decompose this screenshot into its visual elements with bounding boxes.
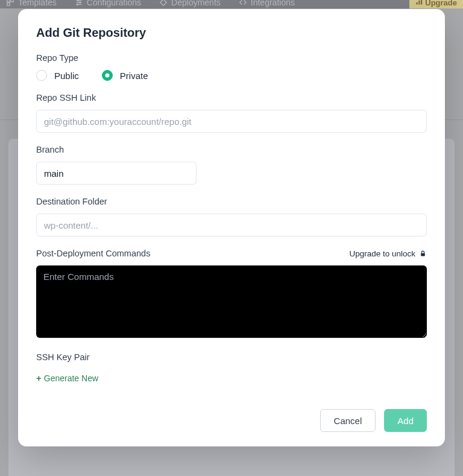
top-nav: Templates Configurations Deployments Int…: [0, 0, 463, 8]
deployments-icon: [159, 0, 168, 7]
modal-footer: Cancel Add: [36, 409, 427, 432]
nav-integrations[interactable]: Integrations: [239, 0, 295, 7]
ssh-link-field: Repo SSH Link: [36, 93, 427, 133]
branch-input[interactable]: [36, 162, 197, 185]
svg-rect-0: [7, 0, 10, 2]
add-button[interactable]: Add: [384, 409, 427, 432]
destination-input[interactable]: [36, 214, 427, 236]
repo-type-radio-group: Public Private: [36, 70, 427, 81]
post-deploy-field: Post-Deployment Commands Upgrade to unlo…: [36, 249, 427, 340]
branch-label: Branch: [36, 145, 427, 154]
upgrade-unlock-text: Upgrade to unlock: [349, 249, 415, 258]
ssh-link-label: Repo SSH Link: [36, 93, 427, 103]
radio-icon: [102, 70, 113, 81]
svg-rect-10: [419, 0, 420, 4]
svg-point-6: [77, 0, 78, 1]
integrations-icon: [239, 0, 247, 7]
svg-point-7: [80, 2, 81, 3]
destination-label: Destination Folder: [36, 197, 427, 206]
repo-type-field: Repo Type Public Private: [36, 53, 427, 81]
cancel-button[interactable]: Cancel: [320, 409, 376, 432]
destination-field: Destination Folder: [36, 197, 427, 236]
repo-type-label: Repo Type: [36, 53, 427, 63]
nav-label: Integrations: [251, 0, 295, 7]
svg-rect-9: [417, 2, 418, 4]
repo-type-public-option[interactable]: Public: [36, 70, 79, 81]
repo-type-private-option[interactable]: Private: [102, 70, 148, 81]
nav-deployments[interactable]: Deployments: [159, 0, 221, 7]
add-git-repo-modal: Add Git Repository Repo Type Public Priv…: [18, 9, 445, 446]
ssh-key-field: SSH Key Pair + Generate New: [36, 352, 427, 384]
cancel-label: Cancel: [334, 416, 362, 426]
upgrade-label: Upgrade: [425, 0, 457, 7]
upgrade-button[interactable]: Upgrade: [409, 0, 463, 8]
upgrade-to-unlock[interactable]: Upgrade to unlock: [349, 249, 427, 258]
svg-point-8: [77, 4, 78, 5]
nav-label: Configurations: [87, 0, 141, 7]
generate-new-text: Generate New: [44, 373, 98, 383]
radio-label: Private: [120, 71, 148, 81]
ssh-link-input[interactable]: [36, 110, 427, 133]
svg-rect-12: [421, 253, 425, 256]
upgrade-icon: [415, 0, 423, 7]
templates-icon: [6, 0, 14, 7]
lock-icon: [419, 250, 427, 258]
add-label: Add: [397, 416, 414, 426]
svg-rect-1: [11, 0, 13, 2]
radio-label: Public: [54, 71, 79, 81]
nav-configurations[interactable]: Configurations: [75, 0, 141, 7]
generate-new-link[interactable]: + Generate New: [36, 373, 98, 383]
post-deploy-commands-input[interactable]: [36, 265, 427, 338]
ssh-key-label: SSH Key Pair: [36, 352, 427, 362]
plus-icon: +: [36, 373, 42, 383]
nav-label: Deployments: [171, 0, 221, 7]
branch-field: Branch: [36, 145, 427, 185]
radio-icon: [36, 70, 47, 81]
nav-templates[interactable]: Templates: [6, 0, 57, 7]
post-deploy-label: Post-Deployment Commands: [36, 249, 150, 258]
configurations-icon: [75, 0, 83, 7]
svg-rect-11: [421, 0, 422, 4]
nav-label: Templates: [18, 0, 57, 7]
modal-title: Add Git Repository: [36, 26, 427, 40]
svg-rect-2: [7, 3, 10, 5]
